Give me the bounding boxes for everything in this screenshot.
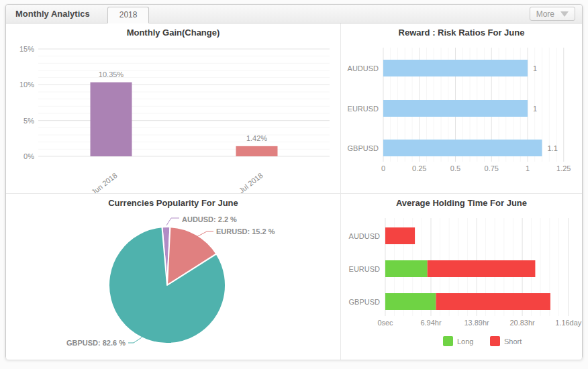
x-tick-label: 13.89hr [464, 319, 489, 327]
charts-grid: Monthly Gain(Change) 0%5%10%15%10.35%Jun… [6, 23, 582, 360]
y-category-label: AUDUSD [348, 64, 379, 72]
x-tick-label: 0.75 [485, 164, 499, 172]
monthly-analytics-widget: Monthly Analytics 2018 More Monthly Gain… [5, 4, 583, 359]
y-tick-label: 5% [23, 117, 34, 125]
y-category-label: GBPUSD [348, 144, 379, 152]
y-tick-label: 10% [19, 81, 34, 89]
x-tick-label: 6.94hr [420, 319, 442, 327]
bar-value-label: 10.35% [99, 70, 124, 78]
legend-label: Long [457, 337, 473, 346]
more-button-label: More [536, 9, 554, 19]
panel-average-holding: Average Holding Time For June 0sec6.94hr… [341, 194, 582, 360]
x-tick-label: 1.16day [555, 319, 582, 327]
x-tick-label: 20.83hr [509, 319, 535, 327]
y-category-label: GBPUSD [349, 298, 381, 306]
legend-swatch-short [490, 336, 500, 346]
chart-title-popularity: Currencies Popularity For June [6, 198, 340, 208]
panel-reward-risk: Reward : Risk Ratios For June 00.250.50.… [341, 23, 582, 194]
x-tick-label: 0.25 [412, 164, 426, 172]
bar-value-label: 1 [533, 105, 537, 113]
bar-eurusd[interactable] [383, 100, 528, 117]
bar-gbpusd[interactable] [383, 140, 542, 156]
panel-currencies-popularity: Currencies Popularity For June AUDUSD: 2… [6, 194, 341, 360]
bar-value-label: 1 [533, 64, 537, 72]
legend-swatch-long [443, 336, 453, 346]
bar-value-label: 1.42% [246, 134, 267, 142]
legend-label: Short [504, 337, 522, 346]
widget-header: Monthly Analytics 2018 More [6, 5, 582, 23]
chart-title-reward-risk: Reward : Risk Ratios For June [341, 28, 582, 38]
currencies-popularity-chart: AUDUSD: 2.2 %EURUSD: 15.2 %GBPUSD: 82.6 … [6, 194, 340, 359]
widget-title: Monthly Analytics [15, 9, 90, 19]
chart-title-monthly-gain: Monthly Gain(Change) [6, 28, 340, 38]
panel-monthly-gain: Monthly Gain(Change) 0%5%10%15%10.35%Jun… [6, 23, 341, 194]
reward-risk-chart: 00.250.50.7511.251AUDUSD1EURUSD1.1GBPUSD [341, 23, 582, 193]
tab-year-2018[interactable]: 2018 [107, 7, 150, 23]
bar-short-eurusd[interactable] [428, 260, 536, 277]
pie-slice-label: AUDUSD: 2.2 % [182, 215, 237, 223]
y-category-label: EURUSD [348, 105, 379, 113]
bar-short-gbpusd[interactable] [436, 293, 550, 310]
x-tick-label: 0 [381, 164, 385, 172]
y-tick-label: 0% [23, 152, 34, 160]
dropdown-arrow-icon [560, 11, 569, 17]
more-button[interactable]: More [530, 7, 575, 21]
x-category-label: Jul 2018 [238, 171, 264, 193]
pie-leader-line [128, 337, 142, 343]
chart-title-holding-time: Average Holding Time For June [341, 198, 582, 208]
bar-value-label: 1.1 [548, 144, 558, 152]
y-category-label: EURUSD [349, 265, 381, 273]
average-holding-chart: 0sec6.94hr13.89hr20.83hr1.16dayAUDUSDEUR… [341, 194, 582, 359]
pie-leader-line [166, 218, 179, 225]
bar-short-audusd[interactable] [385, 227, 415, 244]
monthly-gain-chart: 0%5%10%15%10.35%Jun 20181.42%Jul 2018 [6, 23, 340, 193]
x-tick-label: 1.25 [556, 164, 571, 172]
bar-jul-2018[interactable] [236, 146, 278, 156]
bar-jun-2018[interactable] [91, 83, 132, 156]
y-category-label: AUDUSD [349, 232, 381, 240]
bar-long-gbpusd[interactable] [385, 293, 436, 310]
x-tick-label: 0.5 [450, 164, 460, 172]
bar-audusd[interactable] [383, 60, 528, 76]
pie-slice-label: GBPUSD: 82.6 % [66, 339, 126, 347]
x-tick-label: 0sec [377, 319, 393, 327]
x-tick-label: 1 [526, 164, 530, 172]
y-tick-label: 15% [19, 45, 34, 53]
x-category-label: Jun 2018 [90, 171, 119, 193]
bar-long-eurusd[interactable] [385, 260, 428, 277]
pie-slice-label: EURUSD: 15.2 % [216, 227, 275, 235]
